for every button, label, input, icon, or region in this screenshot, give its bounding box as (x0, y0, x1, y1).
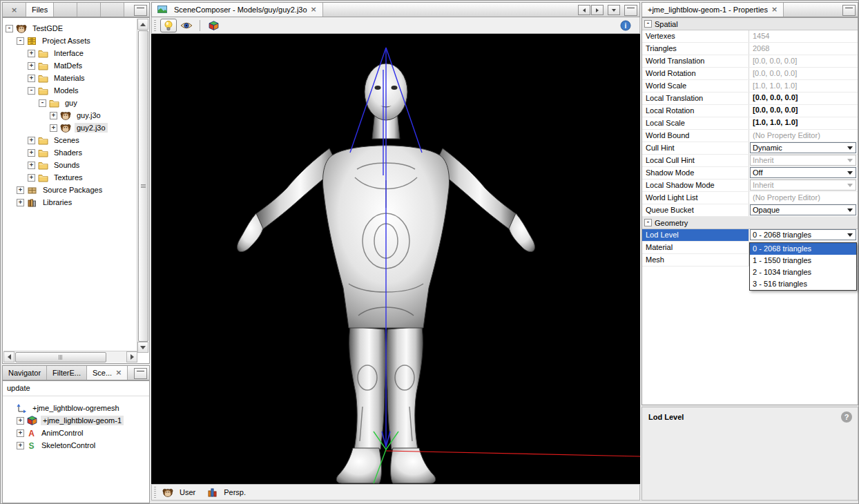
property-name[interactable]: Local Scale (642, 117, 749, 129)
collapse-toggle[interactable]: - (644, 20, 652, 28)
wireframe-cube-button[interactable] (205, 19, 222, 32)
tree-row[interactable]: +Textures (6, 171, 149, 184)
expand-toggle[interactable]: + (50, 112, 57, 119)
property-section-header[interactable]: -Spatial (642, 18, 858, 30)
close-icon[interactable]: × (115, 369, 122, 376)
property-name[interactable]: World Rotation (642, 68, 749, 79)
hscroll-thumb[interactable] (15, 352, 106, 362)
property-combobox[interactable]: Off (750, 167, 856, 178)
tree-row[interactable]: -TestGDE (6, 22, 149, 35)
tree-row[interactable]: -guy (6, 97, 149, 109)
tab-navigator[interactable]: Navigator (3, 366, 47, 380)
camera-mode-label[interactable]: User (180, 488, 195, 496)
collapse-toggle[interactable]: - (28, 87, 35, 95)
vscroll-thumb[interactable] (138, 30, 148, 342)
tree-row[interactable]: +Scenes (6, 134, 149, 146)
property-name[interactable]: World Bound (642, 130, 749, 142)
perspective-bars-icon[interactable] (208, 488, 218, 497)
property-name[interactable]: Material (642, 242, 749, 253)
expand-toggle[interactable]: + (17, 442, 24, 449)
toolbar-drag-handle[interactable] (154, 20, 156, 31)
tab-filtere[interactable]: FilterE... (47, 366, 87, 380)
tree-row[interactable]: +AAnimControl (6, 427, 149, 439)
model-guy[interactable] (151, 34, 640, 484)
property-name[interactable]: World Scale (642, 80, 749, 92)
tree-row[interactable]: -Models (6, 84, 149, 97)
files-vscrollbar[interactable] (137, 19, 148, 353)
tab-list-button[interactable] (608, 5, 620, 15)
dropdown-option[interactable]: 0 - 2068 triangles (750, 243, 856, 255)
property-value[interactable]: [0.0, 0.0, 0.0] (749, 93, 858, 104)
expand-toggle[interactable]: + (28, 50, 35, 57)
tab-files[interactable]: Files (26, 3, 54, 17)
tree-row[interactable]: +guy2.j3o (6, 122, 149, 134)
tab-scenecomposer[interactable]: SceneComposer - Models/guy/guy2.j3o × (152, 3, 323, 17)
tree-row[interactable]: +SSkeletonControl (6, 439, 149, 452)
minimize-window-group-button[interactable] (134, 368, 147, 379)
tree-row[interactable]: +Libraries (6, 196, 149, 209)
toggle-light-button[interactable] (160, 19, 177, 32)
tree-row[interactable]: +Materials (6, 72, 149, 84)
property-name[interactable]: Queue Bucket (642, 204, 749, 216)
close-icon[interactable]: × (771, 6, 778, 13)
minimize-window-group-button[interactable] (842, 5, 856, 16)
tab-properties[interactable]: +jme_lightblow-geom-1 - Properties × (642, 3, 784, 17)
property-combobox[interactable]: Opaque (750, 204, 856, 215)
dropdown-option[interactable]: 1 - 1550 triangles (750, 255, 856, 266)
property-name[interactable]: World Translation (642, 55, 749, 67)
property-name[interactable]: Mesh (642, 254, 749, 266)
expand-toggle[interactable]: + (28, 62, 35, 70)
hidden-tab-close[interactable]: × (3, 3, 26, 17)
property-name[interactable]: Local Rotation (642, 105, 749, 117)
expand-toggle[interactable]: + (28, 137, 35, 144)
property-section-header[interactable]: -Geometry (642, 217, 858, 229)
expand-toggle[interactable]: + (28, 149, 35, 157)
3d-viewport[interactable] (151, 34, 640, 484)
perspective-mode-label[interactable]: Persp. (224, 488, 246, 496)
collapse-toggle[interactable]: - (644, 219, 652, 226)
scroll-left-button[interactable] (3, 351, 15, 362)
property-name[interactable]: Shadow Mode (642, 167, 749, 179)
tree-row[interactable]: -Project Assets (6, 35, 149, 47)
property-combobox[interactable]: 0 - 2068 triangles (750, 229, 856, 240)
expand-toggle[interactable]: + (28, 174, 35, 182)
collapse-toggle[interactable]: - (6, 25, 13, 32)
property-name[interactable]: Local Shadow Mode (642, 180, 749, 191)
update-button[interactable]: update (3, 381, 149, 396)
expand-toggle[interactable]: + (17, 429, 24, 437)
camera-monkey-icon[interactable] (162, 488, 173, 497)
statusbar-drag-handle[interactable] (154, 487, 156, 498)
property-name[interactable]: Local Translation (642, 93, 749, 104)
expand-toggle[interactable]: + (17, 417, 24, 425)
nav-forward-button[interactable] (591, 5, 604, 15)
tree-row[interactable]: +Source Packages (6, 184, 149, 196)
dropdown-option[interactable]: 3 - 516 triangles (750, 278, 856, 290)
expand-toggle[interactable]: + (17, 186, 24, 194)
close-icon[interactable]: × (311, 6, 317, 13)
info-button[interactable]: i (617, 19, 634, 32)
property-name[interactable]: Lod Level (642, 229, 749, 241)
scroll-down-button[interactable] (137, 342, 148, 353)
toggle-visibility-button[interactable] (178, 19, 195, 32)
help-icon[interactable]: ? (841, 411, 852, 423)
files-hscrollbar[interactable] (3, 351, 137, 362)
tree-row[interactable]: ++jme_lightblow-geom-1 (6, 414, 149, 427)
maximize-button[interactable] (624, 5, 637, 16)
tree-row[interactable]: ++jme_lightblow-ogremesh (6, 402, 149, 414)
dropdown-option[interactable]: 2 - 1034 triangles (750, 266, 856, 278)
property-value[interactable]: [1.0, 1.0, 1.0] (749, 117, 858, 129)
collapse-toggle[interactable]: - (39, 99, 46, 107)
property-value[interactable]: [0.0, 0.0, 0.0] (749, 105, 858, 117)
tree-row[interactable]: +guy.j3o (6, 109, 149, 122)
tree-row[interactable]: +Interface (6, 47, 149, 59)
tree-row[interactable]: +MatDefs (6, 59, 149, 72)
property-name[interactable]: World Light List (642, 192, 749, 204)
tree-row[interactable]: +Shaders (6, 146, 149, 159)
expand-toggle[interactable]: + (28, 162, 35, 169)
expand-toggle[interactable]: + (17, 199, 24, 206)
tree-row[interactable]: +Sounds (6, 159, 149, 171)
property-name[interactable]: Triangles (642, 43, 749, 55)
tab-sce[interactable]: Sce...× (87, 366, 128, 380)
property-name[interactable]: Local Cull Hint (642, 155, 749, 166)
expand-toggle[interactable]: + (28, 75, 35, 82)
